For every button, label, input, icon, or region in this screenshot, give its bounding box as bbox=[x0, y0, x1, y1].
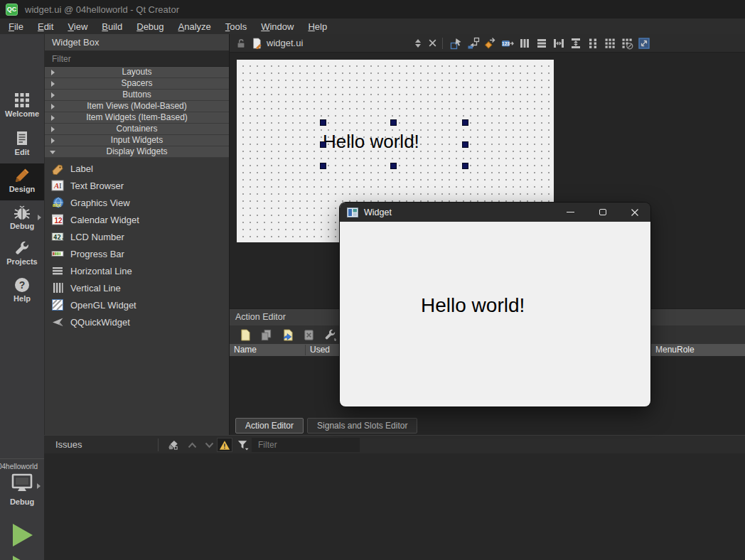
widget-lcd-number[interactable]: 42. LCD Number bbox=[45, 228, 229, 245]
svg-text:I: I bbox=[59, 181, 62, 190]
menu-help[interactable]: Help bbox=[301, 20, 334, 33]
clean-issues-button[interactable] bbox=[165, 438, 181, 452]
preview-window-body: Hello world! bbox=[340, 222, 650, 406]
delete-action-button[interactable] bbox=[301, 327, 316, 343]
menu-debug[interactable]: Debug bbox=[129, 20, 171, 33]
layout-horizontal-button[interactable] bbox=[517, 36, 532, 51]
minimize-button[interactable] bbox=[554, 203, 586, 222]
column-name[interactable]: Name bbox=[234, 344, 257, 355]
configure-icon bbox=[323, 328, 338, 342]
selection-handle-bottom-right[interactable] bbox=[463, 163, 468, 168]
close-button[interactable] bbox=[618, 203, 650, 222]
adjust-size-button[interactable] bbox=[636, 36, 652, 51]
layout-grid-button[interactable] bbox=[602, 36, 618, 51]
issues-filter-input[interactable] bbox=[258, 440, 368, 450]
preview-window[interactable]: Widget Hello world! bbox=[340, 203, 650, 406]
filter-issues-button[interactable] bbox=[235, 438, 250, 452]
document-tab[interactable]: widget.ui bbox=[230, 38, 437, 49]
active-project-label: 04helloworld bbox=[0, 463, 44, 470]
tab-signals-slots-editor[interactable]: Signals and Slots Editor bbox=[307, 418, 417, 434]
mode-design[interactable]: Design bbox=[0, 163, 44, 200]
bug-icon bbox=[14, 205, 31, 221]
menu-file[interactable]: File bbox=[1, 20, 31, 33]
category-item-widgets[interactable]: Item Widgets (Item-Based) bbox=[45, 112, 229, 124]
selection-handle-bottom-left[interactable] bbox=[321, 163, 326, 168]
widget-calendar[interactable]: 12 Calendar Widget bbox=[45, 211, 229, 228]
widget-item-label: QQuickWidget bbox=[70, 317, 130, 328]
edit-buddies-button[interactable] bbox=[483, 36, 498, 51]
mode-welcome[interactable]: Welcome bbox=[0, 88, 44, 124]
widget-box-title: Widget Box bbox=[45, 34, 229, 51]
selection-handle-mid-right[interactable] bbox=[463, 142, 468, 147]
preview-titlebar[interactable]: Widget bbox=[340, 203, 650, 222]
chevron-right-icon bbox=[51, 126, 55, 132]
edit-tab-order-button[interactable]: 123 bbox=[500, 36, 515, 51]
layout-form-button[interactable] bbox=[585, 36, 601, 51]
maximize-button[interactable] bbox=[586, 203, 618, 222]
paste-action-button[interactable] bbox=[279, 327, 295, 343]
column-used[interactable]: Used bbox=[310, 344, 330, 355]
layout-horizontal-splitter-button[interactable] bbox=[551, 36, 567, 51]
mode-help[interactable]: ? Help bbox=[0, 273, 44, 308]
selection-handle-bottom-center[interactable] bbox=[391, 163, 396, 168]
debug-run-button[interactable] bbox=[13, 556, 33, 560]
mode-debug[interactable]: Debug bbox=[0, 202, 44, 237]
previous-issue-button[interactable] bbox=[184, 438, 200, 452]
run-button[interactable] bbox=[13, 524, 33, 546]
widget-label[interactable]: Label bbox=[45, 160, 229, 177]
widget-filter-input[interactable] bbox=[45, 51, 229, 66]
category-display-widgets[interactable]: Display Widgets bbox=[45, 146, 229, 158]
calendar-icon: 12 bbox=[51, 213, 64, 226]
kit-selector-button[interactable]: Debug bbox=[0, 473, 44, 506]
menu-tools[interactable]: Tools bbox=[218, 20, 254, 33]
menu-view[interactable]: View bbox=[60, 20, 95, 33]
close-document-icon[interactable] bbox=[428, 38, 437, 48]
tab-action-editor[interactable]: Action Editor bbox=[235, 418, 304, 434]
widget-qquickwidget[interactable]: QQuickWidget bbox=[45, 313, 229, 330]
column-menurole[interactable]: MenuRole bbox=[655, 344, 695, 355]
issues-label[interactable]: Issues bbox=[55, 439, 82, 450]
category-input-widgets[interactable]: Input Widgets bbox=[45, 135, 229, 146]
menu-window[interactable]: Window bbox=[254, 20, 301, 33]
selection-handle-top-right[interactable] bbox=[463, 120, 468, 125]
selection-handle-mid-left[interactable] bbox=[321, 142, 326, 147]
layout-vertical-splitter-button[interactable] bbox=[568, 36, 584, 51]
document-switch-spinner[interactable] bbox=[415, 39, 421, 48]
widget-text-browser[interactable]: AI Text Browser bbox=[45, 177, 229, 194]
edit-widgets-button[interactable] bbox=[449, 36, 464, 51]
svg-text:abc: abc bbox=[53, 203, 61, 208]
widget-opengl[interactable]: OpenGL Widget bbox=[45, 296, 229, 313]
widget-item-label: Calendar Widget bbox=[70, 215, 139, 225]
category-containers[interactable]: Containers bbox=[45, 124, 229, 135]
widget-vertical-line[interactable]: Vertical Line bbox=[45, 279, 229, 296]
column-divider[interactable] bbox=[305, 345, 306, 355]
svg-text:?: ? bbox=[19, 279, 26, 291]
menu-edit[interactable]: Edit bbox=[31, 20, 60, 33]
category-layouts[interactable]: Layouts bbox=[45, 67, 229, 78]
menu-build[interactable]: Build bbox=[95, 20, 129, 33]
form-label[interactable]: Hello world! bbox=[323, 131, 419, 153]
new-action-button[interactable] bbox=[237, 327, 252, 343]
mode-projects[interactable]: Projects bbox=[0, 236, 44, 271]
break-layout-button[interactable] bbox=[619, 36, 635, 51]
copy-action-button[interactable] bbox=[258, 327, 274, 343]
edit-widgets-icon bbox=[450, 37, 463, 50]
menu-analyze[interactable]: Analyze bbox=[171, 20, 218, 33]
selection-handle-top-left[interactable] bbox=[321, 120, 326, 125]
preview-hello-label: Hello world! bbox=[421, 294, 525, 317]
category-item-views[interactable]: Item Views (Model-Based) bbox=[45, 101, 229, 112]
widget-graphics-view[interactable]: abc Graphics View bbox=[45, 194, 229, 211]
next-issue-button[interactable] bbox=[201, 438, 217, 452]
category-spacers[interactable]: Spacers bbox=[45, 78, 229, 90]
widget-progress-bar[interactable]: Progress Bar bbox=[45, 245, 229, 262]
edit-signals-slots-button[interactable] bbox=[466, 36, 481, 51]
qt-creator-logo-icon: QC bbox=[6, 4, 18, 16]
widget-horizontal-line[interactable]: Horizontal Line bbox=[45, 262, 229, 279]
category-buttons[interactable]: Buttons bbox=[45, 90, 229, 101]
show-warnings-toggle[interactable] bbox=[217, 438, 232, 452]
configure-actions-button[interactable] bbox=[322, 327, 338, 343]
mode-edit[interactable]: Edit bbox=[0, 126, 44, 162]
selection-handle-top-center[interactable] bbox=[391, 120, 396, 125]
column-divider[interactable] bbox=[650, 345, 651, 355]
layout-vertical-button[interactable] bbox=[534, 36, 550, 51]
